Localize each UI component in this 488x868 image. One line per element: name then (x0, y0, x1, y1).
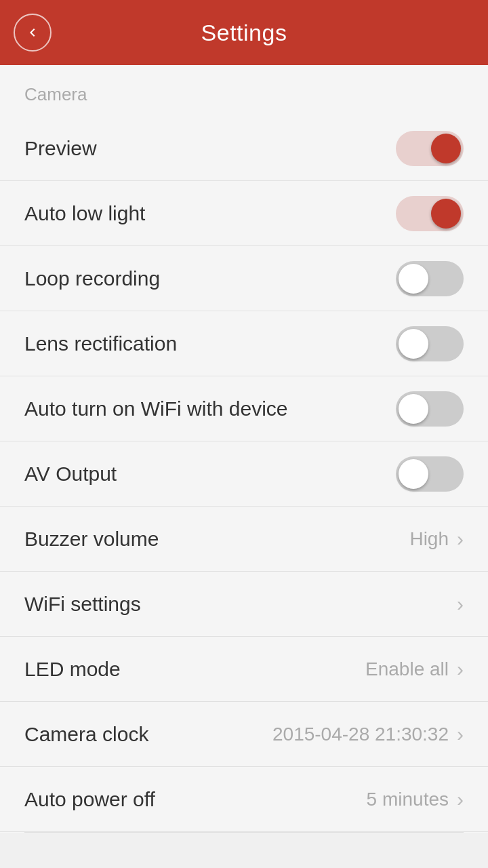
chevron-left-icon (24, 24, 41, 41)
chevron-right-icon-clock: › (457, 724, 464, 745)
setting-item-av-output[interactable]: AV Output (0, 441, 488, 507)
setting-label-buzzer-volume: Buzzer volume (24, 528, 159, 551)
setting-right-auto-power-off: 5 minutes › (367, 789, 464, 810)
setting-item-preview[interactable]: Preview (0, 116, 488, 181)
app-container: Settings Camera Preview Auto low light L… (0, 0, 488, 833)
toggle-thumb-preview (431, 134, 461, 163)
setting-item-auto-wifi[interactable]: Auto turn on WiFi with device (0, 376, 488, 441)
settings-list: Camera Preview Auto low light Loop recor… (0, 65, 488, 833)
setting-item-auto-low-light[interactable]: Auto low light (0, 181, 488, 246)
setting-label-led-mode: LED mode (24, 658, 121, 681)
page-title: Settings (201, 20, 287, 46)
setting-item-lens-rectification[interactable]: Lens rectification (0, 311, 488, 376)
setting-item-auto-power-off[interactable]: Auto power off 5 minutes › (0, 767, 488, 832)
setting-value-led-mode: Enable all (365, 658, 449, 680)
setting-right-buzzer-volume: High › (409, 528, 464, 550)
toggle-av-output[interactable] (396, 456, 464, 492)
setting-label-auto-low-light: Auto low light (24, 202, 145, 225)
setting-label-auto-wifi: Auto turn on WiFi with device (24, 397, 288, 420)
setting-right-wifi-settings: › (457, 594, 464, 614)
setting-value-buzzer-volume: High (409, 528, 449, 550)
toggle-thumb-auto-low-light (431, 199, 461, 229)
chevron-right-icon-power: › (457, 789, 464, 810)
chevron-right-icon-buzzer: › (457, 529, 464, 549)
setting-label-loop-recording: Loop recording (24, 267, 160, 290)
toggle-thumb-lens-rectification (399, 329, 428, 359)
toggle-auto-low-light[interactable] (396, 196, 464, 231)
setting-value-auto-power-off: 5 minutes (367, 789, 449, 810)
setting-right-led-mode: Enable all › (365, 658, 464, 680)
setting-item-wifi-settings[interactable]: WiFi settings › (0, 572, 488, 637)
toggle-thumb-av-output (399, 459, 428, 489)
back-button[interactable] (14, 14, 52, 52)
setting-label-lens-rectification: Lens rectification (24, 332, 177, 355)
chevron-right-icon-wifi: › (457, 594, 464, 614)
setting-item-led-mode[interactable]: LED mode Enable all › (0, 637, 488, 702)
toggle-thumb-loop-recording (399, 264, 428, 294)
chevron-right-icon-led: › (457, 659, 464, 679)
setting-item-buzzer-volume[interactable]: Buzzer volume High › (0, 507, 488, 572)
section-camera-label: Camera (0, 65, 488, 116)
toggle-thumb-auto-wifi (399, 394, 428, 424)
bottom-divider (24, 832, 464, 833)
setting-label-av-output: AV Output (24, 462, 117, 486)
toggle-lens-rectification[interactable] (396, 326, 464, 361)
setting-label-wifi-settings: WiFi settings (24, 593, 141, 616)
setting-item-loop-recording[interactable]: Loop recording (0, 246, 488, 311)
setting-label-auto-power-off: Auto power off (24, 788, 155, 811)
setting-label-camera-clock: Camera clock (24, 723, 148, 746)
header: Settings (0, 0, 488, 65)
setting-item-camera-clock[interactable]: Camera clock 2015-04-28 21:30:32 › (0, 702, 488, 767)
setting-right-camera-clock: 2015-04-28 21:30:32 › (272, 724, 464, 745)
toggle-auto-wifi[interactable] (396, 391, 464, 427)
setting-label-preview: Preview (24, 137, 97, 160)
toggle-loop-recording[interactable] (396, 261, 464, 296)
setting-value-camera-clock: 2015-04-28 21:30:32 (272, 724, 449, 745)
toggle-preview[interactable] (396, 131, 464, 166)
